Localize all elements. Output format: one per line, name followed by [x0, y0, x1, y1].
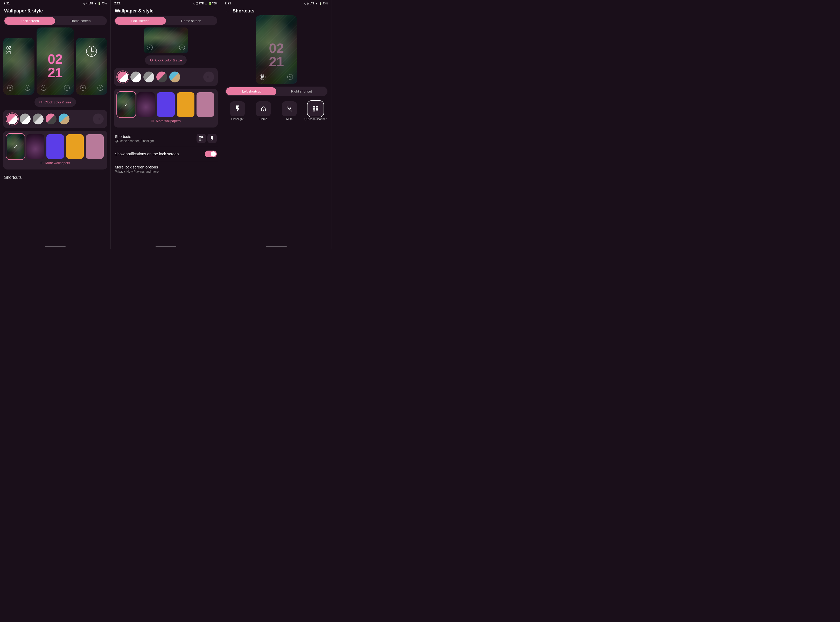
wallpaper-side-left: 0221 ✕ ○: [3, 38, 35, 95]
shortcuts-subtitle-middle: QR code scanner, Flashlight: [115, 139, 154, 143]
phone-main-left[interactable]: 0221 ✕ ○: [37, 27, 74, 95]
color-options-card-middle: ···: [114, 68, 218, 86]
svg-rect-18: [261, 76, 262, 76]
more-wallpapers-label-left: More wallpapers: [45, 161, 70, 165]
swatch-purple-middle[interactable]: [157, 92, 174, 117]
svg-rect-38: [317, 110, 318, 111]
clock-color-size-btn-left[interactable]: ⚙ Clock color & size: [35, 98, 76, 107]
svg-rect-35: [316, 109, 317, 110]
color-blue-tan-left[interactable]: [59, 113, 69, 124]
swatch-marble-left[interactable]: ✓: [7, 134, 24, 159]
panel-content-left: 0221 ✕ ○ 0221 ✕ ○: [0, 27, 110, 244]
lte-label: LTE: [89, 2, 93, 5]
status-icons-right: ◁ )) LTE ▲ 🔋 73%: [304, 2, 328, 5]
shortcut-item-home[interactable]: Home: [252, 101, 275, 120]
color-gray-light-middle[interactable]: [144, 72, 154, 82]
swatch-orange-middle[interactable]: [177, 92, 194, 117]
color-blue-tan-middle[interactable]: [169, 72, 180, 82]
tab-left-shortcut[interactable]: Left shortcut: [226, 87, 276, 95]
shortcut-item-flashlight[interactable]: Flashlight: [225, 101, 249, 120]
tab-bar-left: Lock screen Home screen: [4, 16, 107, 25]
svg-rect-37: [316, 110, 317, 111]
more-wallpapers-label-middle: More wallpapers: [156, 119, 180, 123]
color-gray-white-middle[interactable]: [130, 72, 141, 82]
lock-icon-analog-left: ✕: [80, 85, 86, 91]
color-gray-white-left[interactable]: [20, 113, 31, 124]
svg-rect-24: [264, 77, 264, 78]
swatch-mauve-left[interactable]: [86, 134, 104, 159]
check-icon-left: ✓: [14, 143, 18, 150]
back-arrow-right[interactable]: ←: [225, 8, 230, 14]
svg-rect-23: [263, 77, 263, 78]
bottom-bar-left: [45, 246, 66, 247]
gear-icon-left: ⚙: [39, 100, 43, 104]
shortcuts-section-middle[interactable]: Shortcuts QR code scanner, Flashlight: [114, 130, 218, 147]
svg-rect-22: [261, 78, 262, 78]
mute-label: Mute: [286, 117, 292, 120]
wallpaper-thumb[interactable]: ✕ ○: [144, 27, 188, 53]
tab-bar-middle: Lock screen Home screen: [115, 16, 217, 25]
signal-icon-right: ▲: [315, 2, 318, 5]
flashlight-label: Flashlight: [231, 117, 243, 120]
clock-color-size-btn-middle[interactable]: ⚙ Clock color & size: [145, 55, 186, 65]
more-colors-btn-middle[interactable]: ···: [203, 72, 214, 82]
more-wallpapers-btn-left[interactable]: ⊞ More wallpapers: [7, 159, 104, 166]
swatch-orange-left[interactable]: [66, 134, 84, 159]
qr-phone-icon-right: [260, 74, 266, 80]
color-circles-middle: ···: [118, 72, 214, 82]
status-bar-right: 2:21 ◁ )) LTE ▲ 🔋 73%: [221, 0, 331, 6]
tab-right-shortcut[interactable]: Right shortcut: [276, 87, 327, 95]
svg-rect-8: [200, 137, 200, 138]
qr-label: QR code scanner: [304, 117, 327, 120]
color-pink-white-left[interactable]: [7, 113, 18, 124]
color-pink-dark-left[interactable]: [46, 113, 57, 124]
shortcut-grid: Flashlight Home: [224, 99, 328, 123]
bottom-bar-right: [266, 246, 287, 247]
notifications-toggle[interactable]: [205, 151, 217, 157]
color-pink-dark-middle[interactable]: [156, 72, 167, 82]
page-title-left: Wallpaper & style: [4, 8, 43, 14]
color-gray-light-left[interactable]: [33, 113, 44, 124]
swatch-flowers-left[interactable]: [26, 134, 44, 159]
wallpaper-options-card-middle: ✓ ⊞ More wallpapers: [114, 88, 218, 128]
wifi-icon: )): [86, 2, 88, 5]
notifications-toggle-row: Show notifications on the lock screen: [114, 147, 218, 161]
color-pink-white-middle[interactable]: [118, 72, 128, 82]
qr-shortcut-icon: [197, 134, 206, 143]
clock-big-left: 0221: [48, 52, 63, 79]
wallpaper-main-left: 0221 ✕ ○: [37, 27, 74, 95]
swatch-mauve-middle[interactable]: [197, 92, 214, 117]
svg-rect-14: [203, 139, 203, 139]
phone-main-right: 0221: [256, 15, 297, 84]
time-right: 2:21: [225, 2, 231, 5]
notifications-title: Show notifications on the lock screen: [115, 152, 179, 156]
color-options-card-left: ···: [3, 110, 107, 128]
shortcut-item-qr[interactable]: QR code scanner: [304, 101, 327, 120]
shortcuts-partial-left: Shortcuts: [3, 172, 107, 180]
wallpaper-thumb-center: ✕ ○: [114, 27, 218, 53]
svg-rect-36: [317, 109, 318, 110]
tab-home-screen-left[interactable]: Home screen: [55, 17, 106, 24]
more-wallpapers-btn-middle[interactable]: ⊞ More wallpapers: [118, 117, 214, 124]
page-header-middle: Wallpaper & style: [111, 6, 221, 15]
svg-rect-25: [263, 78, 263, 79]
svg-rect-34: [313, 110, 315, 111]
clock-btn-label-middle: Clock color & size: [155, 58, 182, 62]
more-colors-btn-left[interactable]: ···: [93, 113, 104, 124]
swatch-marble-middle[interactable]: ✓: [118, 92, 135, 117]
tab-lock-screen-middle[interactable]: Lock screen: [115, 17, 166, 24]
panel-left: 2:21 ◁ )) LTE ▲ 🔋 73% Wallpaper & style …: [0, 0, 111, 249]
page-header-right: ← Shortcuts: [221, 6, 331, 15]
shortcut-item-mute[interactable]: Mute: [277, 101, 301, 120]
tab-home-screen-middle[interactable]: Home screen: [166, 17, 217, 24]
svg-rect-32: [316, 107, 317, 108]
swatch-purple-left[interactable]: [46, 134, 64, 159]
thumb-right-icon: ○: [179, 44, 185, 50]
phone-icon-row-analog-left: ✕ ○: [76, 85, 107, 91]
camera-icon-side-left: ○: [24, 85, 31, 91]
more-lock-screen-row[interactable]: More lock screen options Privacy, Now Pl…: [114, 161, 218, 177]
mute-icon-box: [282, 101, 297, 116]
svg-rect-16: [203, 140, 203, 140]
tab-lock-screen-left[interactable]: Lock screen: [5, 17, 55, 24]
swatch-flowers-middle[interactable]: [137, 92, 155, 117]
